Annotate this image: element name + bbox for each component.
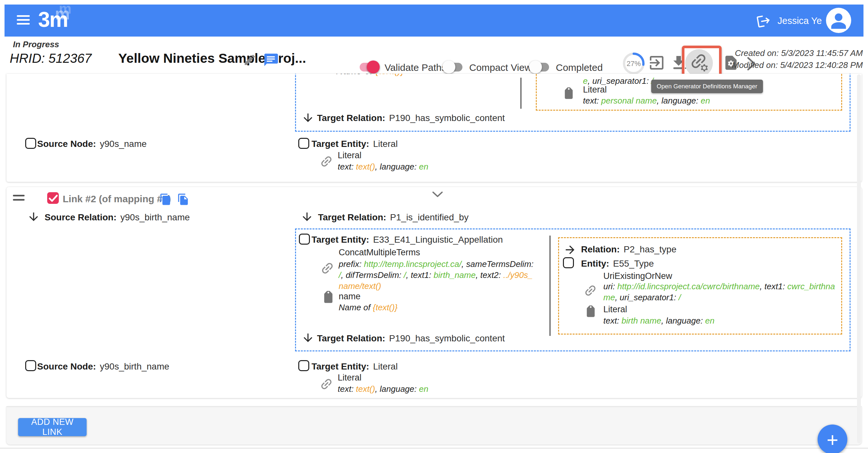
source-node-row: Source Node:y90s_name <box>37 139 147 149</box>
label-generator-line: text: birth name, language: en <box>603 315 714 326</box>
intermediate-entity-row: Entity:E55_Type <box>581 258 654 269</box>
source-node-value: y90s_name <box>100 139 147 149</box>
app-logo-text: 3m <box>38 7 67 32</box>
import-mapping-icon[interactable] <box>648 54 666 72</box>
target-relation-top-value: P1_is_identified_by <box>390 212 469 222</box>
copy-link-icon[interactable] <box>159 193 172 206</box>
tag-icon <box>321 291 335 305</box>
source-node-value: y90s_birth_name <box>100 362 169 371</box>
progress-ring: 27% <box>621 51 646 76</box>
status-label: In Progress <box>13 39 59 50</box>
label-generator-name: name <box>339 291 361 302</box>
source-relation-value: y90s_birth_name <box>120 212 190 222</box>
source-relation-row: Source Relation:y90s_birth_name <box>44 212 190 223</box>
hrid-label: HRID: 512367 <box>10 51 91 66</box>
validate-paths-toggle[interactable] <box>360 61 378 73</box>
target-relation-top-row: Target Relation:P1_is_identified_by <box>318 212 469 223</box>
target-entity-row: Target Entity:E33_E41_Linguistic_Appella… <box>312 234 503 245</box>
link-selected-checkbox[interactable] <box>47 192 59 204</box>
link-chain-icon <box>583 281 597 300</box>
generator-name: UriExistingOrNew <box>603 271 672 281</box>
label-generator-line: Name of {text()} <box>339 302 398 313</box>
intermediate-relation-row: Relation:P2_has_type <box>581 244 676 255</box>
compact-view-label: Compact View <box>469 62 532 73</box>
target-entity-value: E33_E41_Linguistic_Appellation <box>373 234 503 245</box>
created-on: Created on: 5/3/2023 11:45:57 AM <box>732 47 863 59</box>
footer-band <box>6 406 862 445</box>
generator-name: ConcatMultipleTerms <box>339 248 420 258</box>
down-arrow-icon <box>301 210 313 224</box>
target-entity-bottom-value: Literal <box>373 362 398 371</box>
label-generator-name: Literal <box>603 305 627 314</box>
link-title: Link #2 (of mapping #1) <box>63 194 171 204</box>
tag-icon <box>562 87 576 101</box>
target-relation-bottom-value: P190_has_symbolic_content <box>389 333 505 343</box>
user-avatar[interactable] <box>826 8 851 33</box>
target-entity-checkbox[interactable] <box>299 234 310 245</box>
completed-label: Completed <box>556 62 603 73</box>
modified-on: Modified on: 5/4/2023 12:40:28 PM <box>732 59 863 71</box>
intermediate-entity-value: E55_Type <box>613 258 654 268</box>
vertical-separator <box>520 78 522 109</box>
link-chain-icon <box>319 374 334 394</box>
created-modified: Created on: 5/3/2023 11:45:57 AM Modifie… <box>732 47 863 71</box>
target-entity-bottom-checkbox[interactable] <box>298 360 309 371</box>
literal-generator-name: Literal <box>338 150 362 161</box>
edit-title-icon[interactable] <box>243 53 256 67</box>
hamburger-menu-icon[interactable] <box>17 15 30 26</box>
generator-line: uri: http://id.lincsproject.ca/cwrc/birt… <box>603 281 838 303</box>
down-arrow-icon <box>27 210 40 224</box>
target-relation-value: P190_has_symbolic_content <box>389 113 505 123</box>
right-arrow-icon <box>564 243 577 256</box>
duplicate-link-icon[interactable] <box>177 193 189 206</box>
generator-line: prefix: http://temp.lincsproject.ca/, sa… <box>339 258 536 291</box>
logout-icon[interactable] <box>755 12 772 29</box>
link-chain-icon <box>320 258 335 279</box>
collapse-chevron-icon[interactable] <box>432 191 443 198</box>
vertical-separator <box>549 235 551 336</box>
link-chain-icon <box>319 151 334 171</box>
label-generator-name: Literal <box>583 85 607 95</box>
compact-view-toggle[interactable] <box>444 61 462 73</box>
progress-value: 27% <box>627 60 641 67</box>
window-bottom-edge <box>0 448 868 449</box>
target-entity-value: Literal <box>373 139 398 149</box>
validate-paths-label: Validate Paths <box>384 62 446 73</box>
source-node-checkbox[interactable] <box>25 138 36 149</box>
target-relation-bottom-row: Target Relation:P190_has_symbolic_conten… <box>317 333 505 344</box>
intermediate-relation-value: P2_has_type <box>624 244 676 254</box>
add-new-link-button[interactable]: ADD NEW LINK <box>18 418 87 436</box>
down-arrow-icon <box>302 111 314 125</box>
target-entity-checkbox[interactable] <box>298 138 309 149</box>
source-node-row: Source Node:y90s_birth_name <box>37 362 169 372</box>
tag-icon <box>584 306 597 319</box>
scrollbar-track[interactable] <box>857 75 861 443</box>
literal-generator-name: Literal <box>338 373 362 383</box>
completed-toggle[interactable] <box>530 61 549 73</box>
target-entity-row: Target Entity:Literal <box>312 139 398 149</box>
intermediate-entity-checkbox[interactable] <box>563 257 574 268</box>
target-entity-bottom-row: Target Entity:Literal <box>312 362 398 372</box>
target-relation-row: Target Relation:P190_has_symbolic_conten… <box>317 113 505 123</box>
app-root: m m 3m Jessica Ye In Progress HRID: 5123… <box>0 0 868 453</box>
tooltip: Open Generator Definitions Manager <box>651 80 763 93</box>
add-mapping-fab[interactable]: + <box>817 425 847 453</box>
drag-handle[interactable] <box>13 195 25 203</box>
user-name: Jessica Ye <box>777 16 822 26</box>
literal-generator-line: text: text(), language: en <box>338 161 428 172</box>
target-relation-label: Target Relation: <box>317 113 385 123</box>
down-arrow-icon <box>302 331 314 345</box>
app-bar: m m 3m Jessica Ye <box>4 4 864 36</box>
label-generator-line: text: personal name, language: en <box>583 95 710 106</box>
comment-icon[interactable] <box>264 52 279 67</box>
app-logo[interactable]: m m 3m <box>38 6 87 35</box>
source-node-checkbox[interactable] <box>25 360 36 371</box>
literal-generator-line: text: text(), language: en <box>338 384 428 394</box>
link2-card: Link #2 (of mapping #1) Source Relation:… <box>6 187 862 398</box>
